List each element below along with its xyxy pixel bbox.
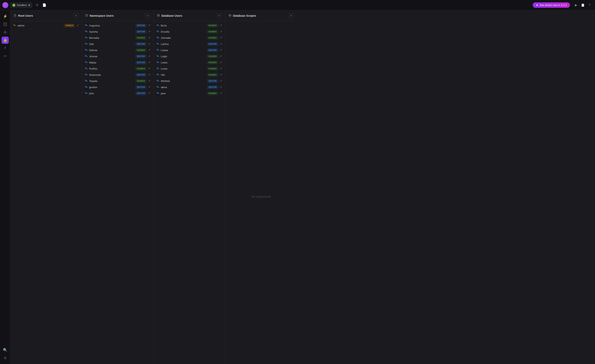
svg-point-66 <box>85 80 86 81</box>
user-row[interactable]: BernettaVIEWER <box>82 35 153 41</box>
user-row[interactable]: JohnetteVIEWER <box>154 35 225 41</box>
user-name: admin <box>18 24 62 27</box>
user-name: Jimmie <box>89 55 134 58</box>
svg-point-7 <box>3 32 4 33</box>
key-icon <box>156 55 159 58</box>
edit-button[interactable] <box>220 55 222 58</box>
user-row[interactable]: TequilaVIEWER <box>82 78 153 84</box>
undo-button[interactable]: ↺ <box>34 2 40 8</box>
user-row[interactable]: DellEDITOR <box>82 41 153 47</box>
svg-line-75 <box>150 86 150 87</box>
key-icon <box>85 49 88 52</box>
user-row[interactable]: AyeshaEDITOR <box>82 29 153 35</box>
svg-point-97 <box>157 43 158 44</box>
edit-button[interactable] <box>220 73 222 77</box>
content-area: Root Users+adminOWNERNamespace Users+Aug… <box>10 10 595 364</box>
new-version-label: See what's new in 2.0.3 <box>539 4 567 7</box>
panel-add-button-database-scopes[interactable]: + <box>289 13 294 18</box>
docs-button[interactable]: 📋 <box>580 2 586 8</box>
svg-line-80 <box>150 92 150 93</box>
user-row[interactable]: LeighVIEWER <box>154 53 225 59</box>
panel-database-scopes: Database Scopes+No scopes found <box>225 10 297 364</box>
user-name: Dell <box>89 42 134 46</box>
user-name: Leana <box>161 49 205 52</box>
panel-add-button-namespace-users[interactable]: + <box>145 13 150 18</box>
file-button[interactable]: 📄 <box>41 2 47 8</box>
play-button[interactable]: ▶ <box>573 2 579 8</box>
panel-title-namespace-users: Namespace Users <box>90 14 143 17</box>
svg-rect-1 <box>6 23 7 24</box>
edit-button[interactable] <box>220 67 222 70</box>
sidebar-item-home[interactable]: ⚡ <box>2 13 9 20</box>
svg-point-6 <box>5 33 5 34</box>
user-row[interactable]: MaidaEDITOR <box>82 59 153 66</box>
svg-line-35 <box>150 37 150 37</box>
user-row[interactable]: DelmarVIEWER <box>82 47 153 53</box>
user-row[interactable]: WinfredEDITOR <box>154 78 225 84</box>
user-row[interactable]: DrusillaVIEWER <box>154 29 225 35</box>
key-icon <box>85 36 88 40</box>
edit-button[interactable] <box>220 80 222 83</box>
user-row[interactable]: janeVIEWER <box>154 90 225 97</box>
edit-button[interactable] <box>220 36 222 40</box>
help-button[interactable]: ? <box>587 2 593 8</box>
user-row[interactable]: LewisVIEWER <box>154 59 225 66</box>
key-icon <box>85 24 88 27</box>
edit-button[interactable] <box>220 61 222 64</box>
svg-point-51 <box>85 62 86 63</box>
key-icon <box>85 79 88 83</box>
user-row[interactable]: AugustusEDITOR <box>82 22 153 29</box>
user-row[interactable]: alexaEDITOR <box>154 84 225 90</box>
user-row[interactable]: PorfirioVIEWER <box>82 66 153 72</box>
sidebar-item-grid[interactable] <box>2 21 9 28</box>
svg-point-56 <box>85 68 86 69</box>
sandbox-button[interactable]: 🟢 Sandbox <box>10 2 32 8</box>
edit-button[interactable] <box>148 86 151 89</box>
edit-button[interactable] <box>220 86 222 89</box>
svg-point-102 <box>157 49 158 50</box>
sidebar-item-search[interactable]: 🔍 <box>2 346 9 354</box>
user-row[interactable]: johnEDITOR <box>82 90 153 97</box>
user-row[interactable]: gordonEDITOR <box>82 84 153 90</box>
edit-button[interactable] <box>148 55 151 58</box>
edit-button[interactable] <box>76 24 79 27</box>
edit-button[interactable] <box>148 92 151 95</box>
edit-button[interactable] <box>220 24 222 27</box>
role-badge: EDITOR <box>135 92 147 95</box>
edit-button[interactable] <box>148 49 151 52</box>
user-row[interactable]: adminOWNER <box>10 22 82 29</box>
user-row[interactable]: LeanaEDITOR <box>154 47 225 53</box>
sidebar-item-code[interactable]: </> <box>2 53 9 60</box>
sidebar-item-settings[interactable]: ⚙ <box>2 354 9 362</box>
edit-button[interactable] <box>220 30 222 33</box>
sidebar-item-function[interactable]: f <box>2 45 9 52</box>
user-row[interactable]: LatrinaEDITOR <box>154 41 225 47</box>
edit-button[interactable] <box>148 42 151 46</box>
role-badge: VIEWER <box>207 61 218 64</box>
panel-add-button-root-users[interactable]: + <box>73 13 79 18</box>
edit-button[interactable] <box>148 67 151 70</box>
edit-button[interactable] <box>220 92 222 95</box>
edit-button[interactable] <box>148 80 151 83</box>
key-icon <box>85 55 88 58</box>
edit-button[interactable] <box>148 30 151 33</box>
edit-button[interactable] <box>220 49 222 52</box>
edit-button[interactable] <box>220 42 222 46</box>
edit-button[interactable] <box>148 73 151 77</box>
user-row[interactable]: BorisVIEWER <box>154 22 225 29</box>
user-row[interactable]: LoreeVIEWER <box>154 66 225 72</box>
edit-button[interactable] <box>148 24 151 27</box>
new-version-badge[interactable]: ★ See what's new in 2.0.3 <box>533 2 570 8</box>
panel-add-button-database-users[interactable]: + <box>217 13 222 18</box>
user-row[interactable]: ShavondaEDITOR <box>82 72 153 78</box>
user-name: john <box>89 92 134 95</box>
edit-button[interactable] <box>148 36 151 40</box>
edit-button[interactable] <box>148 61 151 64</box>
sidebar-item-nodes[interactable] <box>2 29 9 36</box>
user-name: alexa <box>161 86 205 89</box>
sidebar-item-lock[interactable]: 🔒 <box>2 37 9 44</box>
svg-point-92 <box>157 37 158 38</box>
user-row[interactable]: JimmieEDITOR <box>82 53 153 59</box>
role-badge: VIEWER <box>207 24 218 27</box>
user-row[interactable]: VikiVIEWER <box>154 72 225 78</box>
